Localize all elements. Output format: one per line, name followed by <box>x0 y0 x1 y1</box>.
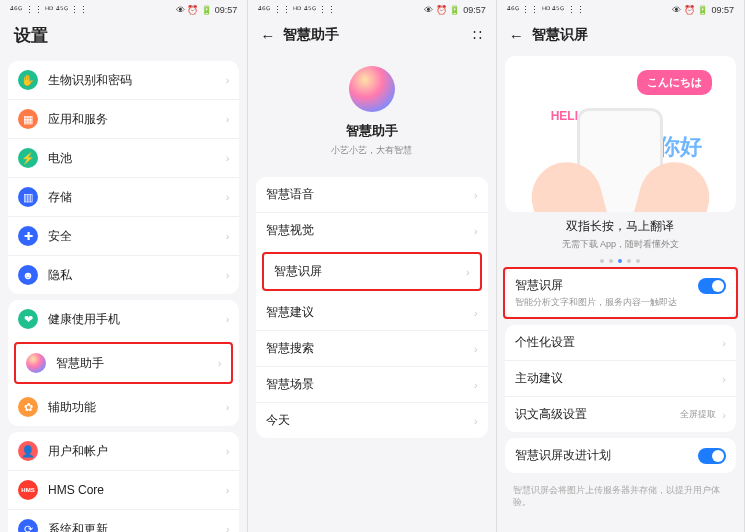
row-label: 辅助功能 <box>48 399 226 416</box>
chevron-right-icon: › <box>226 269 230 281</box>
titlebar: ← 智慧识屏 <box>497 18 744 50</box>
dot[interactable] <box>627 259 631 263</box>
row-update[interactable]: ⟳系统和更新› <box>8 509 239 532</box>
chevron-right-icon: › <box>466 266 470 278</box>
illustration-caption: 双指长按，马上翻译 无需下载 App，随时看懂外文 <box>497 218 744 251</box>
caption-title: 双指长按，马上翻译 <box>497 218 744 235</box>
row-today[interactable]: 今天› <box>256 402 487 438</box>
statusbar: ⁴⁶ᴳ ⋮⋮ ᴴᴰ ⁴⁵ᴳ ⋮⋮ 👁 ⏰ 🔋 09:57 <box>0 0 247 18</box>
chevron-right-icon: › <box>226 230 230 242</box>
smartscreen-rows: 个性化设置›主动建议›识文高级设置全屏提取› <box>505 325 736 432</box>
accessibility-icon: ✿ <box>18 397 38 417</box>
illustration[interactable]: こんにちは HELLO 你好 <box>505 56 736 212</box>
highlight-box: 智慧助手› <box>14 342 233 384</box>
chevron-right-icon: › <box>474 415 478 427</box>
chevron-right-icon: › <box>722 337 726 349</box>
row-users[interactable]: 👤用户和帐户› <box>8 432 239 470</box>
row-label: HMS Core <box>48 483 226 497</box>
chevron-right-icon: › <box>226 484 230 496</box>
settings-group-1: ✋生物识别和密码›▦应用和服务›⚡电池›▥存储›✚安全›☻隐私› <box>8 61 239 294</box>
row-health[interactable]: ❤健康使用手机› <box>8 300 239 338</box>
status-time: 09:57 <box>463 5 486 15</box>
row-improvement-plan[interactable]: 智慧识屏改进计划 <box>505 438 736 473</box>
row-proactive[interactable]: 主动建议› <box>505 360 736 396</box>
row-label: 智慧识屏 <box>274 263 466 280</box>
row-apps[interactable]: ▦应用和服务› <box>8 99 239 138</box>
chevron-right-icon: › <box>474 225 478 237</box>
row-biometrics[interactable]: ✋生物识别和密码› <box>8 61 239 99</box>
assistant-menu: 智慧语音›智慧视觉›智慧识屏›智慧建议›智慧搜索›智慧场景›今天› <box>256 177 487 438</box>
row-label: 智慧场景 <box>266 376 474 393</box>
row-screen[interactable]: 智慧识屏› <box>264 254 479 289</box>
row-label: 电池 <box>48 150 226 167</box>
row-storage[interactable]: ▥存储› <box>8 177 239 216</box>
chevron-right-icon: › <box>218 357 222 369</box>
privacy-icon: ☻ <box>18 265 38 285</box>
page-title: 智慧助手 <box>283 26 464 44</box>
row-label: 安全 <box>48 228 226 245</box>
chevron-right-icon: › <box>474 379 478 391</box>
row-hms[interactable]: HMSHMS Core› <box>8 470 239 509</box>
update-icon: ⟳ <box>18 519 38 532</box>
back-icon[interactable]: ← <box>509 28 524 43</box>
status-time: 09:57 <box>711 5 734 15</box>
status-icons: 👁 ⏰ 🔋 <box>672 5 708 15</box>
dot[interactable] <box>636 259 640 263</box>
battery-icon: ⚡ <box>18 148 38 168</box>
dot[interactable] <box>609 259 613 263</box>
dot-active[interactable] <box>618 259 622 263</box>
chevron-right-icon: › <box>474 307 478 319</box>
chevron-right-icon: › <box>722 409 726 421</box>
status-left: ⁴⁶ᴳ ⋮⋮ ᴴᴰ ⁴⁵ᴳ ⋮⋮ <box>258 5 336 15</box>
chevron-right-icon: › <box>722 373 726 385</box>
row-label: 智慧搜索 <box>266 340 474 357</box>
assistant-orb-icon <box>26 353 46 373</box>
row-label: 应用和服务 <box>48 111 226 128</box>
phone-settings: ⁴⁶ᴳ ⋮⋮ ᴴᴰ ⁴⁵ᴳ ⋮⋮ 👁 ⏰ 🔋 09:57 设置 ✋生物识别和密码… <box>0 0 248 532</box>
status-time: 09:57 <box>215 5 238 15</box>
plan-label: 智慧识屏改进计划 <box>515 447 698 464</box>
row-label: 生物识别和密码 <box>48 72 226 89</box>
row-vision[interactable]: 智慧视觉› <box>256 212 487 248</box>
footnote: 智慧识屏会将图片上传服务器并存储，以提升用户体验。 <box>497 479 744 509</box>
status-right: 👁 ⏰ 🔋 09:57 <box>672 5 734 15</box>
users-icon: 👤 <box>18 441 38 461</box>
row-label: 智慧助手 <box>56 355 218 372</box>
improvement-plan-card: 智慧识屏改进计划 <box>505 438 736 473</box>
row-label: 健康使用手机 <box>48 311 226 328</box>
hero: 智慧助手 小艺小艺，大有智慧 <box>248 50 495 171</box>
row-label: 主动建议 <box>515 370 723 387</box>
row-search[interactable]: 智慧搜索› <box>256 330 487 366</box>
back-icon[interactable]: ← <box>260 28 275 43</box>
row-label: 存储 <box>48 189 226 206</box>
settings-group-2: ❤健康使用手机›智慧助手›✿辅助功能› <box>8 300 239 426</box>
row-label: 个性化设置 <box>515 334 723 351</box>
chevron-right-icon: › <box>226 113 230 125</box>
status-right: 👁 ⏰ 🔋 09:57 <box>424 5 486 15</box>
status-icons: 👁 ⏰ 🔋 <box>424 5 460 15</box>
row-voice[interactable]: 智慧语音› <box>256 177 487 212</box>
toggle-switch-on[interactable] <box>698 278 726 294</box>
phone-assistant: ⁴⁶ᴳ ⋮⋮ ᴴᴰ ⁴⁵ᴳ ⋮⋮ 👁 ⏰ 🔋 09:57 ← 智慧助手 ∷ 智慧… <box>248 0 496 532</box>
storage-icon: ▥ <box>18 187 38 207</box>
toggle-switch-on[interactable] <box>698 448 726 464</box>
row-battery[interactable]: ⚡电池› <box>8 138 239 177</box>
row-security[interactable]: ✚安全› <box>8 216 239 255</box>
row-advanced[interactable]: 识文高级设置全屏提取› <box>505 396 736 432</box>
statusbar: ⁴⁶ᴳ ⋮⋮ ᴴᴰ ⁴⁵ᴳ ⋮⋮ 👁 ⏰ 🔋 09:57 <box>248 0 495 18</box>
row-personalize[interactable]: 个性化设置› <box>505 325 736 360</box>
dot[interactable] <box>600 259 604 263</box>
row-suggest[interactable]: 智慧建议› <box>256 295 487 330</box>
row-accessibility[interactable]: ✿辅助功能› <box>8 388 239 426</box>
row-privacy[interactable]: ☻隐私› <box>8 255 239 294</box>
more-icon[interactable]: ∷ <box>473 27 484 43</box>
row-scene[interactable]: 智慧场景› <box>256 366 487 402</box>
hero-subtitle: 小艺小艺，大有智慧 <box>331 144 412 157</box>
titlebar: ← 智慧助手 ∷ <box>248 18 495 50</box>
chevron-right-icon: › <box>226 523 230 532</box>
bubble-chinese: 你好 <box>658 132 702 162</box>
row-assistant[interactable]: 智慧助手› <box>16 344 231 382</box>
row-smartscreen-toggle[interactable]: 智慧识屏 智能分析文字和图片，服务内容一触即达 <box>505 269 736 317</box>
bubble-japanese: こんにちは <box>637 70 712 95</box>
row-label: 智慧建议 <box>266 304 474 321</box>
